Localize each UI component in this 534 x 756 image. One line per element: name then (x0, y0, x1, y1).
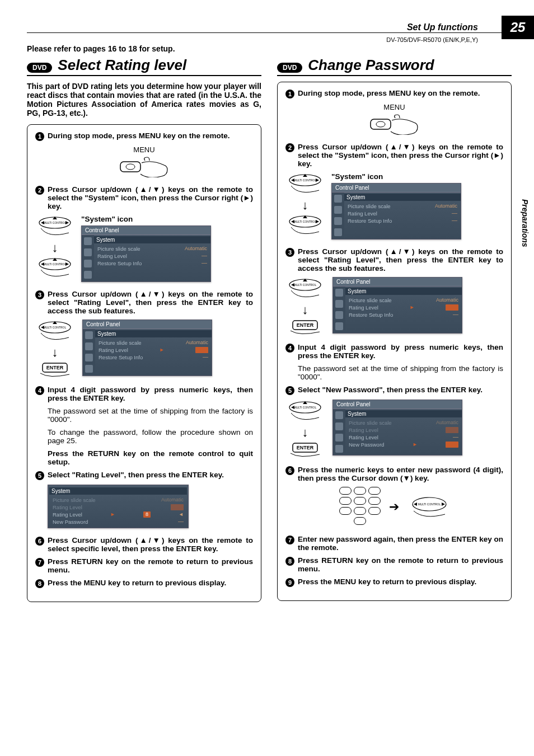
left-s1: During stop mode, press MENU key on the … (48, 132, 253, 140)
menu-label: MENU (35, 145, 253, 154)
svg-text:MULTI CONTROL: MULTI CONTROL (44, 326, 67, 329)
remote-nav-enter-graphic: MULTI CONTROL ↓ ENTER (35, 320, 74, 378)
step-num-1: 1 (35, 132, 44, 141)
left-steps: 1 During stop mode, press MENU key on th… (27, 124, 261, 602)
svg-marker-24 (316, 179, 319, 182)
svg-marker-10 (41, 262, 44, 266)
step-num-5: 5 (35, 471, 44, 480)
step-num-5: 5 (285, 386, 294, 395)
control-panel: Control Panel System Picture slide scale… (331, 183, 461, 240)
svg-text:ENTER: ENTER (297, 445, 314, 450)
svg-text:MULTI CONTROL: MULTI CONTROL (294, 283, 317, 287)
left-s2: Press Cursor up/down (▲/▼) keys on the r… (48, 185, 253, 210)
svg-marker-44 (414, 503, 417, 506)
step-num-8: 8 (35, 579, 44, 588)
svg-text:ENTER: ENTER (46, 365, 64, 370)
multicontrol-icon: MULTI CONTROL (36, 256, 73, 281)
section-title-right: DVD Change Password (277, 57, 512, 76)
right-s6: Press the numeric keys to enter new pass… (298, 466, 503, 482)
svg-rect-18 (371, 119, 391, 129)
right-title: Change Password (308, 57, 434, 74)
control-panel-highlight: Control Panel System Picture slide scale… (82, 320, 212, 376)
step-num-4: 4 (35, 386, 44, 395)
menu-remote-graphic: MENU (285, 103, 503, 135)
dvd-badge: DVD (277, 63, 302, 73)
svg-rect-0 (120, 162, 140, 172)
right-s5: Select "New Password", then press the EN… (298, 386, 503, 394)
svg-marker-6 (65, 221, 69, 224)
right-s7: Enter new password again, then press the… (298, 535, 503, 552)
svg-marker-28 (291, 220, 294, 223)
page-number-tab: 25 (502, 16, 534, 39)
svg-marker-45 (442, 503, 445, 506)
left-s3: Press Cursor up/down (▲/▼) keys on the r… (48, 290, 253, 315)
remote-hand-icon (369, 112, 420, 135)
step-num-2: 2 (35, 186, 44, 195)
left-s7: Press RETURN key on the remote to return… (48, 557, 253, 574)
step-num-2: 2 (285, 143, 294, 152)
left-s5: Select "Rating Level", then press the EN… (48, 471, 253, 479)
svg-point-19 (376, 121, 385, 127)
svg-text:MULTI CONTROL: MULTI CONTROL (44, 221, 67, 224)
control-panel-s5: System Picture slide scaleAutomatic Rati… (48, 485, 189, 528)
right-s4: Input 4 digit password by press numeric … (298, 343, 503, 360)
remote-nav-enter-graphic: MULTI CONTROL ↓ ENTER (285, 277, 325, 335)
section-title-left: DVD Select Rating level (27, 57, 261, 76)
left-s4c: Press the RETURN key on the remote contr… (48, 449, 253, 466)
right-s8: Press RETURN key on the remote to return… (298, 556, 503, 573)
step-num-7: 7 (285, 536, 294, 544)
svg-marker-39 (291, 406, 294, 409)
right-s3: Press Cursor up/down (▲/▼) keys on the r… (298, 247, 503, 273)
page: 25 Preparations Set Up functions DV-705/… (0, 0, 534, 756)
svg-marker-11 (65, 262, 69, 266)
left-desc: This part of DVD rating lets you determi… (27, 82, 261, 118)
step-num-4: 4 (285, 344, 294, 353)
multicontrol-icon: MULTI CONTROL (36, 320, 73, 344)
right-s1: During stop mode, press MENU key on the … (298, 89, 503, 97)
right-steps: 1 During stop mode, press MENU key on th… (277, 82, 512, 601)
step-num-3: 3 (285, 248, 294, 257)
header-section-title: Set Up functions (27, 22, 512, 33)
side-section-label: Preparations (521, 199, 530, 247)
svg-marker-23 (291, 179, 294, 182)
control-panel-newpw: Control Panel System Picture slide scale… (332, 400, 462, 456)
right-column: DVD Change Password 1 During stop mode, … (277, 57, 512, 602)
keypad-graphic: ➔ MULTI CONTROL (285, 487, 503, 527)
left-s4: Input 4 digit password by press numeric … (48, 386, 253, 402)
svg-text:MULTI CONTROL: MULTI CONTROL (294, 220, 317, 223)
right-s9: Press the MENU key to return to previous… (298, 577, 503, 586)
remote-nav-enter-graphic: MULTI CONTROL ↓ ENTER (285, 400, 325, 458)
left-s4a: The password set at the time of shipping… (48, 407, 253, 424)
step-num-9: 9 (285, 578, 294, 587)
step-num-7: 7 (35, 558, 44, 567)
svg-marker-5 (41, 221, 44, 224)
left-title: Select Rating level (58, 57, 186, 74)
svg-marker-33 (291, 283, 294, 287)
remote-hand-icon (119, 155, 170, 177)
left-s4b: To change the password, follow the proce… (48, 428, 253, 445)
svg-text:MULTI CONTROL: MULTI CONTROL (44, 262, 67, 266)
control-panel-highlight: Control Panel System Picture slide scale… (332, 277, 462, 334)
svg-text:MULTI CONTROL: MULTI CONTROL (418, 503, 441, 506)
step-num-3: 3 (35, 290, 44, 299)
step-num-6: 6 (285, 466, 294, 475)
svg-text:ENTER: ENTER (297, 322, 314, 328)
svg-point-1 (126, 164, 135, 170)
svg-marker-15 (41, 326, 44, 329)
left-s6: Press Cursor up/down (▲/▼) keys on the r… (48, 536, 253, 553)
right-s2: Press Cursor up/down (▲/▼) keys on the r… (298, 143, 503, 168)
dvd-badge: DVD (27, 63, 52, 73)
left-s8: Press the MENU key to return to previous… (48, 579, 253, 587)
intro-text: Please refer to pages 16 to 18 for setup… (27, 44, 512, 53)
remote-nav-graphic: MULTI CONTROL ↓ MULTI CONTROL (285, 172, 325, 238)
model-code: DV-705/DVF-R5070 (EN/K,P,E,Y) (27, 36, 512, 43)
control-panel: Control Panel System Picture slide scale… (81, 226, 211, 282)
left-column: DVD Select Rating level This part of DVD… (27, 57, 261, 602)
multicontrol-icon: MULTI CONTROL (407, 493, 449, 521)
svg-text:MULTI CONTROL: MULTI CONTROL (294, 179, 317, 182)
multicontrol-icon: MULTI CONTROL (36, 215, 73, 240)
step-num-6: 6 (35, 537, 44, 546)
step-num-1: 1 (285, 90, 294, 98)
svg-marker-29 (316, 220, 319, 223)
right-s4a: The password set at the time of shipping… (298, 364, 503, 381)
